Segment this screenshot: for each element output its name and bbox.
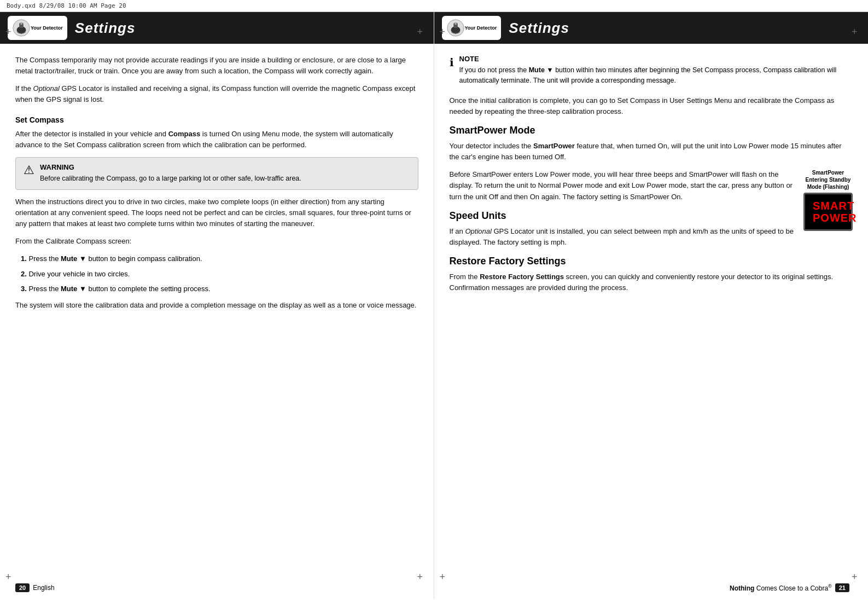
- smartpower-line1: SMART: [813, 200, 843, 212]
- smartpower-display-label: SmartPowerEntering StandbyMode (Flashing…: [803, 169, 853, 190]
- calibrate-screen-text: From the Calibrate Compass screen:: [15, 236, 418, 247]
- set-compass-heading: Set Compass: [15, 115, 418, 124]
- step-3: 3. Press the Mute ▼ button to complete t…: [21, 283, 418, 294]
- left-section-title: Settings: [75, 20, 136, 37]
- right-section-header: Your Detector Settings: [434, 12, 869, 44]
- svg-point-7: [455, 23, 457, 25]
- left-intro-para1: The Compass temporarily may not provide …: [15, 55, 418, 77]
- left-section-header: Your Detector Settings: [0, 12, 434, 44]
- right-footer-right: Nothing Comes Close to a Cobra® 21: [730, 583, 853, 592]
- smartpower-text1: Your detector includes the SmartPower fe…: [450, 141, 853, 163]
- right-page-footer: Nothing Comes Close to a Cobra® 21: [434, 583, 869, 592]
- right-crosshair-top-left: [440, 26, 451, 37]
- completion-text: The system will store the calibration da…: [15, 300, 418, 311]
- crosshair-top-right: [417, 26, 428, 37]
- page-left: Your Detector Settings The Compass tempo…: [0, 12, 434, 599]
- initial-calibration-text: Once the initial calibration is complete…: [450, 95, 853, 117]
- right-detector-badge: Your Detector: [442, 16, 502, 40]
- smartpower-text2: Before SmartPower enters Low Power mode,…: [450, 169, 853, 202]
- right-crosshair-top-right: [852, 26, 863, 37]
- svg-point-3: [20, 23, 22, 25]
- smartpower-heading: SmartPower Mode: [450, 125, 853, 136]
- warning-content: WARNING Before calibrating the Compass, …: [40, 163, 410, 184]
- note-content: NOTE If you do not press the Mute ▼ butt…: [459, 55, 853, 86]
- smartpower-line2: POWER: [813, 212, 843, 224]
- crosshair-top-left: [5, 26, 16, 37]
- step-3-num: 3.: [21, 285, 27, 293]
- left-intro-para2: If the Optional GPS Locator is installed…: [15, 83, 418, 105]
- note-title: NOTE: [459, 55, 853, 63]
- left-detector-badge: Your Detector: [8, 16, 67, 40]
- right-page-num: 21: [835, 583, 849, 592]
- left-detector-label: Your Detector: [31, 25, 63, 31]
- step-2-num: 2.: [21, 270, 27, 278]
- left-page-footer: 20 English: [0, 583, 434, 592]
- left-page-content: The Compass temporarily may not provide …: [0, 44, 434, 599]
- loops-text: When the instructions direct you to driv…: [15, 196, 418, 229]
- restore-text: From the Restore Factory Settings screen…: [450, 271, 853, 293]
- step-1-num: 1.: [21, 254, 27, 263]
- set-compass-text: After the detector is installed in your …: [15, 129, 418, 150]
- step-2: 2. Drive your vehicle in two circles.: [21, 269, 418, 280]
- right-detector-label: Your Detector: [465, 25, 497, 31]
- footer-nothing: Nothing Comes Close to a Cobra®: [730, 583, 832, 592]
- right-page-content: ℹ NOTE If you do not press the Mute ▼ bu…: [434, 44, 869, 599]
- steps-list: 1. Press the Mute ▼ button to begin comp…: [21, 253, 418, 294]
- speed-units-text: If an Optional GPS Locator unit is insta…: [450, 226, 853, 248]
- note-text: If you do not press the Mute ▼ button wi…: [459, 65, 853, 86]
- restore-heading: Restore Factory Settings: [450, 256, 853, 267]
- warning-text: Before calibrating the Compass, go to a …: [40, 173, 410, 184]
- left-footer-text: English: [33, 584, 54, 592]
- note-box: ℹ NOTE If you do not press the Mute ▼ bu…: [450, 55, 853, 86]
- note-icon: ℹ: [450, 56, 454, 69]
- step-1: 1. Press the Mute ▼ button to begin comp…: [21, 253, 418, 264]
- print-header: Body.qxd 8/29/08 10:00 AM Page 20: [0, 0, 868, 12]
- smartpower-float: SmartPowerEntering StandbyMode (Flashing…: [803, 169, 853, 231]
- page-right: Your Detector Settings ℹ NOTE If you do …: [434, 12, 869, 599]
- warning-icon: ⚠: [24, 164, 34, 176]
- warning-title: WARNING: [40, 163, 410, 171]
- smartpower-display: SMART POWER: [803, 193, 853, 231]
- print-header-text: Body.qxd 8/29/08 10:00 AM Page 20: [7, 2, 126, 9]
- right-section-title: Settings: [509, 20, 569, 37]
- left-page-num: 20: [15, 583, 30, 592]
- warning-box: ⚠ WARNING Before calibrating the Compass…: [15, 157, 418, 190]
- speed-units-heading: Speed Units: [450, 210, 853, 222]
